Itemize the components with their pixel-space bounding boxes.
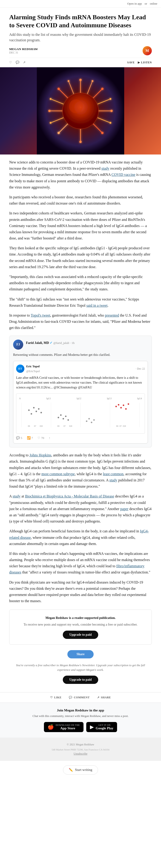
- upgrade-button-1[interactable]: Upgrade to paid: [63, 631, 98, 639]
- biochim-link[interactable]: Biochimica et Biophysica Acta - Molecula…: [25, 494, 114, 498]
- svg-point-12: [57, 132, 60, 134]
- svg-point-57: [128, 403, 129, 405]
- paragraph-12: Do you think physicians are watching out…: [9, 579, 152, 604]
- svg-point-51: [93, 419, 95, 421]
- apple-icon: 🍎: [48, 724, 54, 730]
- app-store-text: Download on the App Store: [56, 724, 80, 730]
- google-play-button[interactable]: ▶ Get it on Google Play: [86, 722, 117, 732]
- svg-point-41: [38, 408, 39, 409]
- svg-point-45: [62, 418, 64, 420]
- retweet-icon: 🔁: [27, 435, 31, 440]
- svg-point-4: [101, 88, 104, 90]
- app-store-label: Download on the: [56, 724, 80, 726]
- google-play-text: Get it on Google Play: [96, 724, 113, 730]
- covid-vaccine-link[interactable]: COVID vaccine: [111, 173, 135, 177]
- topol-tweet-link[interactable]: said in a tweet: [86, 304, 107, 307]
- svg-point-48: [86, 420, 87, 422]
- pub-name-1: Megan Redshaw is a reader-supported publ…: [15, 615, 146, 621]
- comment-button[interactable]: 💬: [16, 60, 19, 65]
- like-button-bottom[interactable]: ♡ LIKE: [50, 696, 62, 699]
- comment-icon: 💬: [16, 61, 19, 64]
- svg-point-2: [79, 79, 82, 81]
- comment-icon-bottom: 💬: [69, 696, 73, 699]
- retweet-text: Retweeting without comments. Pfizer and …: [13, 352, 148, 357]
- online-link[interactable]: online: [150, 2, 158, 5]
- article-subtitle: Add this study to the list of reasons wh…: [9, 32, 152, 43]
- share-button-bottom[interactable]: ↗ SHARE: [97, 696, 111, 699]
- tweet-reply-action[interactable]: 💬 5: [16, 435, 22, 440]
- like-count: 70: [41, 435, 44, 440]
- tweet-retweet-action[interactable]: 🔁 7: [27, 435, 33, 440]
- least-common-link[interactable]: least common: [103, 472, 124, 476]
- app-section: Join Megan Redshaw in the app Chat with …: [0, 703, 161, 738]
- svg-point-37: [28, 409, 30, 411]
- app-section-desc: Chat with this community, interact with …: [9, 714, 152, 718]
- study-link-1[interactable]: study: [102, 166, 109, 170]
- paragraph-7: In response to Topol's tweet, gastroente…: [9, 312, 152, 331]
- start-writing-button[interactable]: ✏️ Start writing: [63, 765, 98, 775]
- chart-svg: D0 D7 D28 D0 D7 D28 D0 · D7 · D28: [19, 401, 142, 429]
- footer-copyright: © 2021 Megan Redshaw: [9, 742, 152, 747]
- svg-point-20: [68, 80, 70, 82]
- paragraph-1: New science adds to concerns a booster d…: [9, 159, 152, 190]
- svg-point-28: [50, 98, 52, 100]
- presented-link[interactable]: presented: [105, 313, 119, 317]
- like-icon: ♡: [37, 435, 40, 440]
- tweet-author-name: Eric Topol: [26, 364, 40, 369]
- svg-point-8: [101, 132, 104, 134]
- article-date: DEC 31: [9, 51, 38, 54]
- chart-labels: A IgG1 IgG2 IgG3 IgG4: [19, 397, 142, 400]
- paragraph-2: In participants who received a booster d…: [9, 194, 152, 206]
- igg4-related-link[interactable]: IgG4-related disease: [9, 529, 149, 539]
- save-button[interactable]: SAVE: [127, 60, 135, 65]
- tweet-like-action[interactable]: ♡ 70: [37, 435, 44, 440]
- tweet-share-action[interactable]: ↑: [49, 435, 50, 440]
- study-link-2[interactable]: study: [109, 478, 117, 482]
- heart-button[interactable]: ♡: [9, 60, 12, 65]
- action-bar: ♡ 💬 ↗ SAVE ▶ LISTEN: [9, 58, 152, 67]
- svg-text:D7: D7: [34, 425, 36, 427]
- share-icon-bottom: ↗: [97, 696, 100, 699]
- open-in-app-link[interactable]: Open in app: [127, 2, 142, 5]
- comment-button-bottom[interactable]: 💬 COMMENT: [69, 696, 89, 699]
- tweet-author-row: ET Eric Topol @EricTopol · Dec 22: [16, 364, 145, 373]
- paragraph-4: They then looked at the specific subtype…: [9, 245, 152, 270]
- virus-overlay: [0, 67, 161, 155]
- inflammatory-link[interactable]: fibro/inflammatory diseases: [9, 564, 144, 574]
- paragraph-8: According to Johns Hopkins, antibodies a…: [9, 452, 152, 490]
- svg-text:D0: D0: [57, 425, 59, 427]
- svg-point-56: [125, 408, 127, 409]
- author-info: MEGAN REDSHAW DEC 31: [9, 47, 38, 54]
- pencil-icon: ✏️: [69, 768, 73, 772]
- johns-hopkins-link[interactable]: Johns Hopkins: [29, 453, 51, 457]
- unsubscribe-link[interactable]: Unsubscribe: [74, 752, 87, 755]
- paragraph-3: In two independent cohorts of healthcare…: [9, 210, 152, 241]
- like-label-bottom: LIKE: [54, 696, 61, 699]
- share-button-main[interactable]: Share: [68, 650, 94, 658]
- svg-point-14: [48, 110, 51, 112]
- study-link-3[interactable]: study: [12, 494, 21, 498]
- most-common-link[interactable]: most common subtype: [42, 472, 75, 476]
- paragraph-5: "Importantly, this class switch was asso…: [9, 274, 152, 292]
- upgrade-button-2[interactable]: Upgrade to paid: [63, 676, 98, 684]
- app-store-button[interactable]: 🍎 Download on the App Store: [44, 722, 83, 732]
- svg-point-52: [115, 406, 117, 407]
- tweet-author-info: Eric Topol @EricTopol: [26, 364, 40, 373]
- svg-point-18: [91, 80, 93, 82]
- svg-point-47: [68, 419, 69, 421]
- share-button-top[interactable]: ↗: [23, 60, 26, 65]
- separator: or: [145, 2, 147, 5]
- paper-link[interactable]: paper: [120, 507, 129, 511]
- listen-button[interactable]: ▶ LISTEN: [138, 60, 152, 65]
- svg-point-26: [50, 122, 52, 124]
- paragraph-6: The "shift" to this IgG subclass was "no…: [9, 296, 152, 309]
- article-header: Alarming Study Finds mRNA Boosters May L…: [0, 7, 161, 67]
- svg-text:D28: D28: [69, 425, 72, 427]
- virus-svg: [37, 67, 124, 155]
- topols-tweet-link[interactable]: Topol's tweet: [31, 313, 50, 317]
- tweet-author-handle: @EricTopol: [26, 369, 40, 373]
- retweeter-name: Farid Jalali, MD ✓ @farid_jalali · 1h: [26, 341, 75, 345]
- tweet-avatar: ET: [16, 365, 24, 373]
- comment-label-bottom: COMMENT: [74, 696, 90, 699]
- nested-tweet: ET Eric Topol @EricTopol · Dec 22 Late a…: [13, 361, 148, 444]
